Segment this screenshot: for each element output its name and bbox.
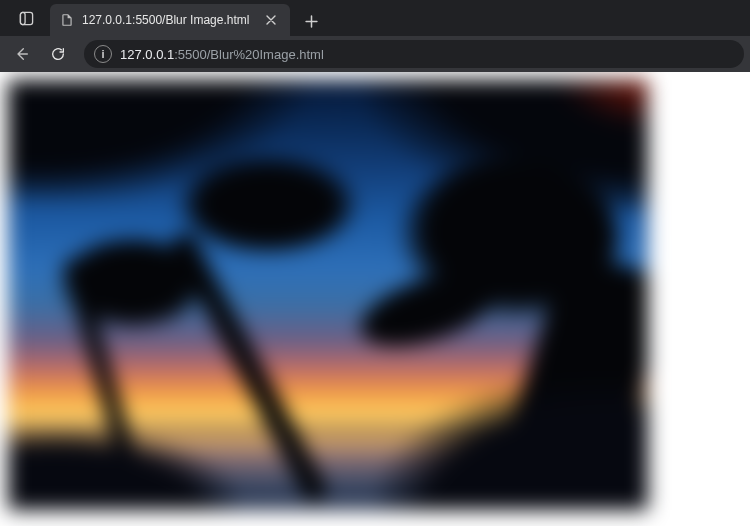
sunset-scene bbox=[8, 80, 648, 510]
url-host: 127.0.0.1 bbox=[120, 47, 174, 62]
blurred-image bbox=[8, 80, 648, 510]
page-viewport bbox=[0, 72, 750, 526]
tab-close-button[interactable] bbox=[262, 11, 280, 29]
close-icon bbox=[266, 15, 276, 25]
refresh-icon bbox=[50, 46, 66, 62]
svg-rect-1 bbox=[20, 12, 25, 24]
address-bar[interactable]: i 127.0.0.1:5500/Blur%20Image.html bbox=[84, 40, 744, 68]
plus-icon bbox=[305, 15, 318, 28]
toolbar: i 127.0.0.1:5500/Blur%20Image.html bbox=[0, 36, 750, 72]
tab-actions-icon bbox=[19, 11, 34, 26]
refresh-button[interactable] bbox=[42, 38, 74, 70]
svg-rect-0 bbox=[20, 12, 32, 24]
url-text: 127.0.0.1:5500/Blur%20Image.html bbox=[120, 47, 324, 62]
tab-title: 127.0.0.1:5500/Blur Image.html bbox=[82, 13, 254, 27]
url-path: :5500/Blur%20Image.html bbox=[174, 47, 324, 62]
site-info-icon[interactable]: i bbox=[94, 45, 112, 63]
file-icon bbox=[60, 13, 74, 27]
browser-chrome: 127.0.0.1:5500/Blur Image.html i 127.0.0… bbox=[0, 0, 750, 72]
tab-strip: 127.0.0.1:5500/Blur Image.html bbox=[0, 0, 750, 36]
tab-actions-button[interactable] bbox=[8, 0, 44, 36]
back-button[interactable] bbox=[6, 38, 38, 70]
new-tab-button[interactable] bbox=[296, 6, 326, 36]
arrow-left-icon bbox=[14, 46, 30, 62]
browser-tab[interactable]: 127.0.0.1:5500/Blur Image.html bbox=[50, 4, 290, 36]
